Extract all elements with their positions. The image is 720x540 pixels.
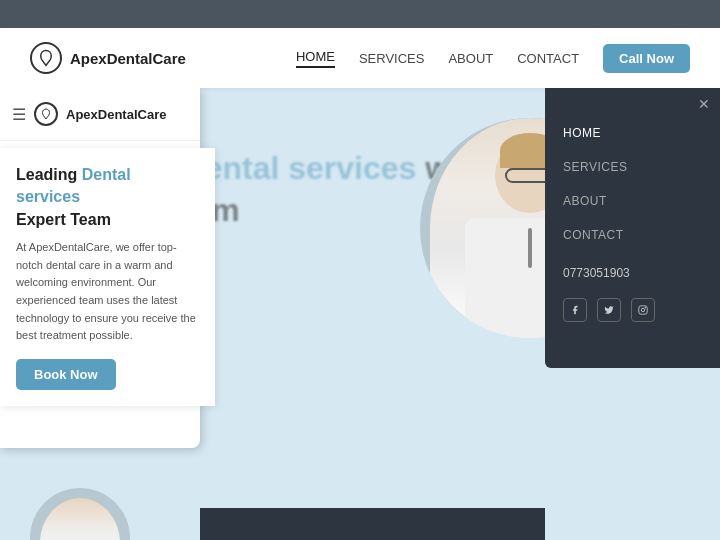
dark-nav-about[interactable]: ABOUT [545,184,720,218]
dark-nav-panel: ✕ HOME SERVICES ABOUT CONTACT 0773051903 [545,88,720,368]
card-description: At ApexDentalCare, we offer top-notch de… [16,239,199,345]
content-card: Leading Dental services Expert Team At A… [0,148,215,406]
book-now-button[interactable]: Book Now [16,359,116,390]
header: ApexDentalCare HOME SERVICES ABOUT CONTA… [0,28,720,88]
top-bar [0,0,720,28]
nav-item-about[interactable]: ABOUT [448,51,493,66]
nav-item-services[interactable]: SERVICES [359,51,425,66]
facebook-icon[interactable] [563,298,587,322]
dark-nav-home[interactable]: HOME [545,116,720,150]
mobile-logo-text: ApexDentalCare [66,107,166,122]
main-nav: HOME SERVICES ABOUT CONTACT Call Now [296,44,690,73]
dark-nav-services[interactable]: SERVICES [545,150,720,184]
call-now-button[interactable]: Call Now [603,44,690,73]
nav-item-contact[interactable]: CONTACT [517,51,579,66]
mobile-menu-header: ☰ ApexDentalCare [0,88,200,141]
close-icon[interactable]: ✕ [698,96,710,112]
logo-icon [30,42,62,74]
card-title: Leading Dental services Expert Team [16,164,199,231]
hero-section: Leading Dental services with Expert Team… [0,88,720,540]
phone-number: 0773051903 [545,256,720,290]
dark-bottom-bar [200,508,545,540]
stethoscope-icon [528,228,532,268]
logo-text: ApexDentalCare [70,50,186,67]
mobile-menu-panel: ☰ ApexDentalCare Leading Dental services… [0,88,200,448]
logo-area[interactable]: ApexDentalCare [30,42,186,74]
hamburger-icon[interactable]: ☰ [12,105,26,124]
social-links [545,290,720,330]
twitter-icon[interactable] [597,298,621,322]
svg-point-2 [645,307,646,308]
mobile-logo-icon [34,102,58,126]
svg-rect-0 [639,306,647,314]
dark-nav-contact[interactable]: CONTACT [545,218,720,252]
nav-item-home[interactable]: HOME [296,49,335,68]
svg-point-1 [641,308,644,311]
small-doctor-figure [40,498,120,540]
instagram-icon[interactable] [631,298,655,322]
